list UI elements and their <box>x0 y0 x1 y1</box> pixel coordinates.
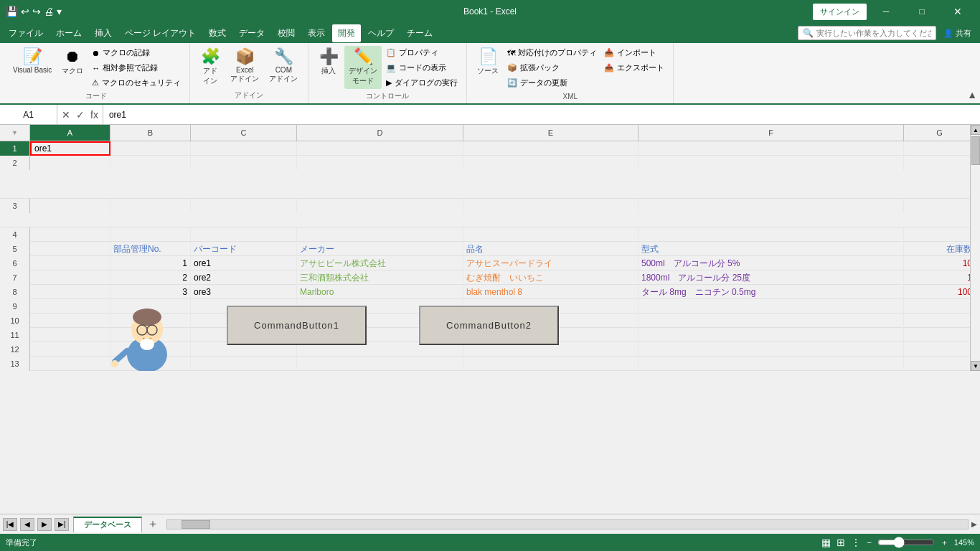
menu-page-layout[interactable]: ページ レイアウト <box>119 24 202 42</box>
cell-g6[interactable]: 10 <box>904 256 976 270</box>
cell-c3[interactable] <box>191 199 297 213</box>
close-button[interactable]: ✕ <box>941 0 974 23</box>
tab-scroll-next[interactable]: ▶ <box>37 518 52 531</box>
cell-f2[interactable] <box>639 156 904 170</box>
cell-e5[interactable]: 品名 <box>463 242 639 256</box>
cell-c7[interactable]: ore2 <box>191 270 297 285</box>
restore-button[interactable]: □ <box>905 0 938 23</box>
cell-d3[interactable] <box>297 199 463 213</box>
cell-f1[interactable] <box>639 141 904 156</box>
row-num-7[interactable]: 7 <box>0 270 30 285</box>
cell-d7[interactable]: 三和酒類株式会社 <box>297 270 463 285</box>
cell-a7[interactable] <box>30 270 110 285</box>
cell-g2[interactable] <box>904 156 976 170</box>
cell-b9[interactable] <box>110 299 191 314</box>
menu-home[interactable]: ホーム <box>50 24 88 42</box>
cell-g13[interactable] <box>904 357 976 371</box>
cell-a13[interactable] <box>30 357 110 371</box>
row-num-1[interactable]: 1 <box>0 141 30 156</box>
design-mode-button[interactable]: ✏️ デザインモード <box>344 46 382 89</box>
cell-f5[interactable]: 型式 <box>639 242 904 256</box>
record-macro-button[interactable]: ⏺ マクロの記録 <box>89 46 184 60</box>
row-num-6[interactable]: 6 <box>0 256 30 270</box>
excel-addin-button[interactable]: 📦 Excelアドイン <box>226 46 263 87</box>
cell-b7[interactable]: 2 <box>110 270 191 285</box>
view-pagebreak-icon[interactable]: ⋮ <box>851 537 861 548</box>
import-button[interactable]: 📥 インポート <box>601 46 667 60</box>
cell-f9[interactable] <box>639 299 904 314</box>
insert-function-icon[interactable]: fx <box>89 109 100 121</box>
cell-g11[interactable] <box>904 328 976 342</box>
menu-team[interactable]: チーム <box>401 24 438 42</box>
add-sheet-button[interactable]: ＋ <box>145 517 161 532</box>
h-scroll-thumb[interactable] <box>182 520 210 529</box>
cell-g1[interactable] <box>904 141 976 156</box>
col-header-d[interactable]: D <box>297 125 463 141</box>
zoom-plus-icon[interactable]: ＋ <box>941 537 948 548</box>
cell-f7[interactable]: 1800ml アルコール分 25度 <box>639 270 904 285</box>
col-header-c[interactable]: C <box>191 125 297 141</box>
properties-button[interactable]: 📋 プロパティ <box>383 46 461 60</box>
menu-developer[interactable]: 開発 <box>332 24 361 42</box>
cell-a8[interactable] <box>30 285 110 299</box>
cell-a2[interactable] <box>30 156 110 170</box>
zoom-minus-icon[interactable]: − <box>867 538 871 547</box>
cell-d8[interactable]: Marlboro <box>297 285 463 299</box>
visual-basic-button[interactable]: 📝 Visual Basic <box>9 46 56 77</box>
col-header-f[interactable]: F <box>639 125 904 141</box>
menu-data[interactable]: データ <box>233 24 270 42</box>
col-header-e[interactable]: E <box>463 125 639 141</box>
cell-d6[interactable]: アサヒビール株式会社 <box>297 256 463 270</box>
row-num-9[interactable]: 9 <box>0 299 30 314</box>
cell-g3[interactable] <box>904 199 976 213</box>
save-icon[interactable]: 💾 <box>6 6 18 17</box>
cell-e4[interactable] <box>463 227 639 242</box>
minimize-button[interactable]: ─ <box>870 0 903 23</box>
cell-c1[interactable] <box>191 141 297 156</box>
menu-review[interactable]: 校閲 <box>272 24 301 42</box>
cancel-formula-icon[interactable]: ✕ <box>60 109 72 121</box>
cell-a6[interactable] <box>30 256 110 270</box>
cell-b12[interactable] <box>110 342 191 357</box>
cell-f4[interactable] <box>639 227 904 242</box>
cell-f3[interactable] <box>639 199 904 213</box>
customize-icon[interactable]: ▾ <box>57 6 62 17</box>
run-dialog-button[interactable]: ▶ ダイアログの実行 <box>383 76 461 90</box>
cell-e3[interactable] <box>463 199 639 213</box>
cell-g7[interactable]: 1 <box>904 270 976 285</box>
cell-a3[interactable] <box>30 199 110 213</box>
search-input[interactable] <box>816 29 931 37</box>
print-icon[interactable]: 🖨 <box>44 6 54 17</box>
name-box[interactable]: A1 <box>0 105 57 124</box>
view-normal-icon[interactable]: ▦ <box>821 537 831 548</box>
cell-e13[interactable] <box>463 357 639 371</box>
cell-f10[interactable] <box>639 314 904 328</box>
cell-a4[interactable] <box>30 227 110 242</box>
insert-control-button[interactable]: ➕ 挿入 <box>314 46 343 79</box>
cell-g4[interactable] <box>904 227 976 242</box>
cell-e7[interactable]: むぎ焼酎 いいちこ <box>463 270 639 285</box>
select-all-icon[interactable]: ▼ <box>11 129 18 136</box>
cell-b5[interactable]: 部品管理No. <box>110 242 191 256</box>
formula-input[interactable]: ore1 <box>103 110 980 120</box>
cell-a11[interactable] <box>30 328 110 342</box>
row-num-10[interactable]: 10 <box>0 314 30 328</box>
tab-scroll-prev[interactable]: ◀ <box>20 518 34 531</box>
signin-button[interactable]: サインイン <box>813 4 867 20</box>
cell-b4[interactable] <box>110 227 191 242</box>
zoom-slider[interactable] <box>877 537 935 548</box>
scroll-down-button[interactable]: ▼ <box>971 361 980 371</box>
menu-view[interactable]: 表示 <box>302 24 331 42</box>
data-refresh-button[interactable]: 🔄 データの更新 <box>504 76 600 90</box>
vertical-scrollbar[interactable]: ▲ ▼ <box>970 125 980 371</box>
cell-b2[interactable] <box>110 156 191 170</box>
expansion-pack-button[interactable]: 📦 拡張パック <box>504 61 600 75</box>
view-layout-icon[interactable]: ⊞ <box>837 537 845 548</box>
search-box[interactable]: 🔍 <box>798 26 936 40</box>
cell-d2[interactable] <box>297 156 463 170</box>
ribbon-expand-button[interactable]: ▲ <box>967 89 977 100</box>
undo-icon[interactable]: ↩ <box>21 6 29 17</box>
command-button-2[interactable]: CommandButton2 <box>419 306 559 345</box>
export-button[interactable]: 📤 エクスポート <box>601 61 667 75</box>
macro-button[interactable]: ⏺ マクロ <box>57 46 88 79</box>
